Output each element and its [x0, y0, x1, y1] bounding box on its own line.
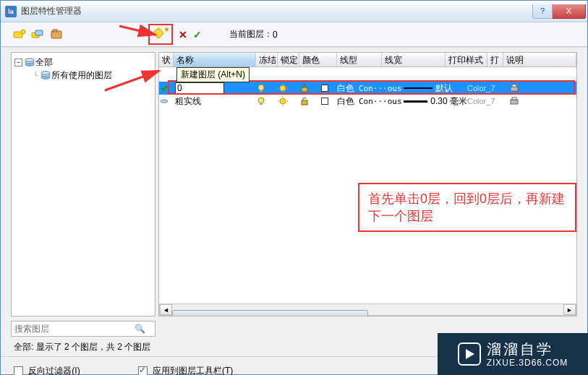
layer-states-icon[interactable] — [50, 28, 64, 41]
status-icon[interactable] — [159, 96, 174, 106]
annotation-text-box: 首先单击0层，回到0层后，再新建下一个图层 — [358, 183, 576, 232]
titlebar[interactable]: la 图层特性管理器 ? X — [1, 1, 587, 22]
apply-toolbar-checkbox[interactable]: 应用到图层工具栏(T) — [138, 365, 234, 375]
set-current-button[interactable]: ✓ — [193, 29, 202, 40]
svg-rect-5 — [53, 30, 57, 32]
watermark-url: ZIXUE.3D66.COM — [487, 358, 568, 368]
collapse-icon[interactable]: − — [14, 59, 22, 66]
current-layer-label: 当前图层： — [229, 28, 273, 40]
layers-stack-icon — [24, 57, 35, 67]
svg-point-29 — [258, 98, 264, 103]
col-name[interactable]: 名称 — [174, 53, 256, 66]
cell-name[interactable]: 粗实线 — [174, 95, 256, 108]
svg-point-14 — [25, 59, 34, 61]
table-row[interactable]: 粗实线 白色 Con···ous 0.30 毫米 — [159, 95, 576, 108]
svg-line-39 — [119, 26, 155, 35]
lineweight-label: 0.30 毫米 — [430, 95, 467, 108]
checkbox-icon[interactable] — [138, 366, 148, 375]
lock-icon[interactable] — [299, 83, 321, 93]
svg-rect-36 — [302, 100, 307, 105]
new-group-filter-icon[interactable] — [31, 28, 46, 41]
col-print[interactable]: 打 — [487, 53, 503, 66]
svg-point-18 — [258, 85, 264, 90]
invert-filter-checkbox[interactable]: 反向过滤器(I) — [14, 365, 80, 375]
window-title: 图层特性管理器 — [21, 5, 532, 17]
cell-color-name: 白色 — [337, 95, 359, 108]
col-freeze[interactable]: 冻结 — [256, 53, 278, 66]
printer-icon[interactable] — [509, 96, 525, 106]
svg-rect-25 — [302, 87, 307, 92]
svg-rect-27 — [512, 85, 516, 87]
scroll-thumb[interactable] — [172, 310, 368, 317]
checkbox-icon[interactable] — [14, 366, 23, 375]
svg-point-28 — [161, 100, 168, 103]
col-lock[interactable]: 锁定 — [278, 53, 299, 66]
bulb-icon[interactable] — [256, 83, 278, 93]
col-linetype[interactable]: 线型 — [337, 53, 382, 66]
apply-toolbar-label: 应用到图层工具栏(T) — [153, 366, 233, 375]
cell-linetype[interactable]: Con···ous — [359, 84, 404, 93]
current-layer-value: 0 — [273, 30, 278, 40]
layers-stack-icon — [40, 70, 51, 80]
svg-point-20 — [280, 85, 286, 91]
printer-icon[interactable] — [509, 83, 525, 93]
svg-line-40 — [105, 71, 159, 90]
col-color[interactable]: 颜色 — [299, 53, 337, 66]
svg-rect-38 — [512, 98, 516, 100]
col-desc[interactable]: 说明 — [503, 53, 576, 66]
sun-icon[interactable] — [278, 96, 299, 106]
toolbar: ★ ✕ ✓ 当前图层： 0 — [1, 22, 587, 47]
lineweight-preview — [404, 87, 433, 89]
svg-rect-37 — [511, 100, 518, 104]
col-lineweight[interactable]: 线宽 — [382, 53, 446, 66]
search-icon[interactable]: 🔍 — [135, 324, 145, 334]
sun-icon[interactable] — [278, 83, 299, 93]
play-icon — [458, 342, 481, 366]
cell-color[interactable] — [321, 98, 337, 105]
cell-plotstyle[interactable]: Color_7 — [467, 97, 509, 105]
watermark-title: 溜溜自学 — [487, 340, 568, 358]
search-input[interactable] — [12, 324, 135, 334]
watermark: 溜溜自学 ZIXUE.3D66.COM — [438, 333, 588, 375]
tree-root-label: 全部 — [35, 56, 53, 69]
table-row[interactable]: 白色 Con···ous 默认 Color_7 — [159, 82, 576, 95]
lineweight-label: 默认 — [435, 82, 453, 95]
scroll-left-button[interactable]: ◄ — [160, 304, 172, 315]
color-swatch — [321, 98, 328, 105]
layer-table: 状 名称 冻结 锁定 颜色 线型 线宽 打印样式 打 说明 新建图层 (Alt+… — [158, 52, 577, 316]
svg-rect-19 — [260, 90, 263, 92]
search-layer-row: 🔍 — [11, 321, 155, 337]
svg-rect-3 — [35, 30, 43, 35]
layer-manager-window: la 图层特性管理器 ? X ★ ✕ ✓ 当前图层： 0 — [0, 0, 588, 375]
annotation-arrow — [101, 65, 174, 94]
main-area: − 全部 └ 所有使用的图层 状 名称 冻结 锁定 颜色 — [1, 47, 587, 318]
svg-point-1 — [21, 30, 25, 34]
scroll-right-button[interactable]: ► — [563, 304, 576, 315]
tree-branch-icon: └ — [33, 72, 38, 79]
close-button[interactable]: X — [553, 4, 586, 19]
invert-filter-label: 反向过滤器(I) — [28, 366, 80, 375]
lock-icon[interactable] — [299, 96, 321, 106]
app-icon: la — [5, 6, 17, 17]
cell-linetype[interactable]: Con···ous — [359, 97, 404, 106]
layer-name-input[interactable] — [175, 82, 224, 94]
svg-point-17 — [41, 72, 50, 74]
color-swatch — [321, 85, 328, 92]
cell-plotstyle[interactable]: Color_7 — [467, 84, 509, 92]
cell-name[interactable] — [174, 82, 256, 94]
svg-rect-26 — [511, 87, 518, 91]
cell-color[interactable] — [321, 85, 337, 92]
cell-lineweight[interactable]: 0.30 毫米 — [404, 95, 467, 108]
new-layer-tooltip: 新建图层 (Alt+N) — [176, 67, 250, 82]
cell-color-name: 白色 — [337, 82, 359, 95]
new-filter-icon[interactable] — [12, 28, 27, 41]
svg-rect-30 — [260, 103, 263, 105]
col-plotstyle[interactable]: 打印样式 — [446, 53, 487, 66]
horizontal-scrollbar[interactable]: ◄ ► — [159, 303, 576, 316]
help-button[interactable]: ? — [532, 4, 553, 19]
lineweight-preview — [404, 100, 427, 103]
annotation-arrow — [116, 24, 181, 46]
bulb-icon[interactable] — [256, 96, 278, 106]
cell-lineweight[interactable]: 默认 — [404, 82, 467, 95]
table-header: 状 名称 冻结 锁定 颜色 线型 线宽 打印样式 打 说明 — [159, 53, 576, 67]
